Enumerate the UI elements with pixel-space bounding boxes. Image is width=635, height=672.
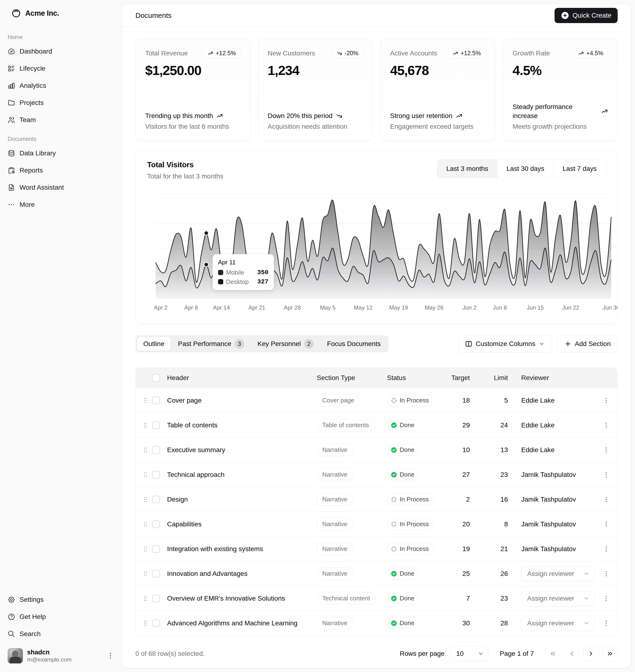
tab-key-personnel[interactable]: Key Personnel2 <box>251 337 320 351</box>
row-checkbox[interactable] <box>152 397 160 404</box>
col-section-type: Section Type <box>313 374 383 382</box>
row-checkbox[interactable] <box>152 421 160 429</box>
sidebar-item-analytics[interactable]: Analytics <box>4 78 118 93</box>
row-limit[interactable]: 24 <box>474 421 512 429</box>
loader-icon <box>391 397 397 404</box>
row-header[interactable]: Cover page <box>163 397 313 404</box>
first-page-button[interactable] <box>545 646 561 661</box>
row-limit[interactable]: 23 <box>474 595 512 602</box>
drag-handle[interactable] <box>142 496 149 503</box>
row-actions-kebab[interactable] <box>603 521 610 528</box>
row-target[interactable]: 20 <box>443 520 474 528</box>
next-page-button[interactable] <box>583 646 598 661</box>
row-header[interactable]: Integration with existing systems <box>163 545 313 553</box>
row-limit[interactable]: 26 <box>474 570 512 578</box>
sidebar-item-dashboard[interactable]: Dashboard <box>4 44 118 59</box>
select-all-checkbox[interactable] <box>152 374 160 382</box>
sidebar-item-settings[interactable]: Settings <box>4 592 118 607</box>
stat-value: 1,234 <box>268 63 363 78</box>
drag-handle[interactable] <box>142 620 149 627</box>
sidebar-item-more[interactable]: More <box>4 197 118 212</box>
tab-focus-documents[interactable]: Focus Documents <box>321 337 387 351</box>
row-limit[interactable]: 13 <box>474 446 512 454</box>
tab-outline[interactable]: Outline <box>137 337 171 351</box>
rows-per-page-select[interactable]: 10 <box>450 646 488 661</box>
row-actions-kebab[interactable] <box>603 620 610 627</box>
sidebar-item-data-library[interactable]: Data Library <box>4 145 118 161</box>
row-limit[interactable]: 21 <box>474 545 512 553</box>
row-target[interactable]: 29 <box>443 421 474 429</box>
row-checkbox[interactable] <box>152 620 160 627</box>
reviewer-name: Eddie Lake <box>521 421 554 429</box>
row-target[interactable]: 25 <box>443 570 474 578</box>
row-actions-kebab[interactable] <box>603 595 610 602</box>
row-header[interactable]: Executive summary <box>163 446 313 454</box>
row-checkbox[interactable] <box>152 471 160 478</box>
table-row-design: Design Narrative In Process 2 16 Jamik T… <box>136 487 617 512</box>
row-header[interactable]: Technical approach <box>163 471 313 478</box>
sidebar-item-reports[interactable]: Reports <box>4 163 118 178</box>
row-limit[interactable]: 16 <box>474 496 512 503</box>
row-header[interactable]: Capabilities <box>163 520 313 528</box>
row-checkbox[interactable] <box>152 520 160 528</box>
row-actions-kebab[interactable] <box>603 570 610 577</box>
drag-handle[interactable] <box>142 422 149 429</box>
row-target[interactable]: 18 <box>443 397 474 404</box>
row-target[interactable]: 7 <box>443 595 474 602</box>
drag-handle[interactable] <box>142 595 149 602</box>
row-header[interactable]: Table of contents <box>163 421 313 429</box>
row-target[interactable]: 27 <box>443 471 474 478</box>
user-menu[interactable]: shadcn m@example.com <box>4 645 118 666</box>
row-header[interactable]: Advanced Algorithms and Machine Learning <box>163 620 313 627</box>
row-header[interactable]: Overview of EMR's Innovative Solutions <box>163 595 313 602</box>
status-badge: In Process <box>387 395 434 406</box>
chevron-down-icon <box>583 596 590 602</box>
last-page-button[interactable] <box>603 646 618 661</box>
previous-page-button[interactable] <box>564 646 579 661</box>
row-actions-kebab[interactable] <box>603 422 610 429</box>
row-limit[interactable]: 28 <box>474 620 512 627</box>
row-actions-kebab[interactable] <box>603 545 610 553</box>
assign-reviewer-select[interactable]: Assign reviewer <box>521 591 594 606</box>
sidebar-item-get-help[interactable]: Get Help <box>4 609 118 624</box>
visitors-area-chart[interactable]: Apr 2Apr 8Apr 14Apr 21Apr 28May 5May 12M… <box>147 171 618 316</box>
row-actions-kebab[interactable] <box>603 471 610 478</box>
sidebar-item-projects[interactable]: Projects <box>4 95 118 110</box>
sidebar-item-word-assistant[interactable]: Word Assistant <box>4 180 118 195</box>
sidebar-item-lifecycle[interactable]: Lifecycle <box>4 61 118 76</box>
rows-per-page-label: Rows per page <box>400 650 444 657</box>
row-actions-kebab[interactable] <box>603 397 610 404</box>
user-menu-kebab-icon[interactable] <box>107 652 114 659</box>
row-header[interactable]: Innovation and Advantages <box>163 570 313 578</box>
row-header[interactable]: Design <box>163 496 313 503</box>
row-checkbox[interactable] <box>152 570 160 578</box>
drag-handle[interactable] <box>142 521 149 528</box>
row-checkbox[interactable] <box>152 545 160 553</box>
drag-handle[interactable] <box>142 570 149 577</box>
sidebar-item-search[interactable]: Search <box>4 626 118 642</box>
brand-button[interactable]: Acme Inc. <box>8 7 63 20</box>
customize-columns-button[interactable]: Customize Columns <box>458 335 552 353</box>
row-checkbox[interactable] <box>152 496 160 503</box>
quick-create-button[interactable]: Quick Create <box>554 8 618 23</box>
row-checkbox[interactable] <box>152 595 160 602</box>
row-limit[interactable]: 8 <box>474 520 512 528</box>
drag-handle[interactable] <box>142 397 149 404</box>
drag-handle[interactable] <box>142 545 149 553</box>
assign-reviewer-select[interactable]: Assign reviewer <box>521 566 594 581</box>
row-limit[interactable]: 23 <box>474 471 512 478</box>
row-limit[interactable]: 5 <box>474 397 512 404</box>
row-target[interactable]: 10 <box>443 446 474 454</box>
row-actions-kebab[interactable] <box>603 446 610 453</box>
sidebar-item-team[interactable]: Team <box>4 112 118 128</box>
row-target[interactable]: 30 <box>443 620 474 627</box>
assign-reviewer-select[interactable]: Assign reviewer <box>521 615 594 631</box>
add-section-button[interactable]: Add Section <box>557 335 618 353</box>
drag-handle[interactable] <box>142 446 149 453</box>
row-actions-kebab[interactable] <box>603 496 610 503</box>
tab-past-performance[interactable]: Past Performance3 <box>172 337 250 351</box>
row-target[interactable]: 2 <box>443 496 474 503</box>
row-target[interactable]: 19 <box>443 545 474 553</box>
row-checkbox[interactable] <box>152 446 160 454</box>
drag-handle[interactable] <box>142 471 149 478</box>
